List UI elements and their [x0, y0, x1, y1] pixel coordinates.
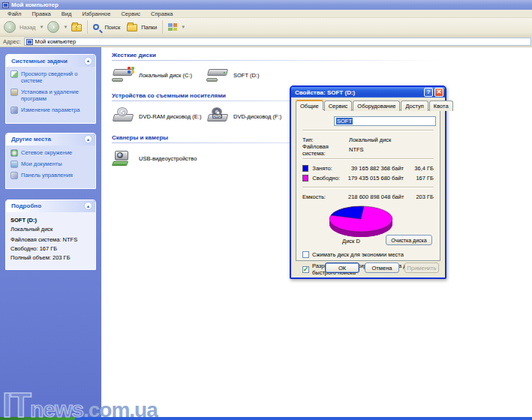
sidebar-item-my-documents[interactable]: Мои документы [11, 160, 92, 168]
sidebar-item-system-info[interactable]: Просмотр сведений о системе [11, 70, 92, 85]
up-folder-icon[interactable]: ↑ [71, 24, 82, 32]
back-dropdown-icon[interactable]: ▼ [40, 25, 44, 29]
compress-checkbox[interactable] [302, 251, 309, 258]
my-computer-icon [2, 2, 9, 8]
help-button[interactable]: ? [424, 88, 433, 97]
sidebar-item-add-remove-programs[interactable]: Установка и удаление программ [11, 88, 92, 103]
filesystem-value: NTFS [349, 146, 434, 153]
device-label: USB-видеоустройство [139, 155, 197, 162]
panel-title: Другие места [11, 136, 51, 142]
menu-tools[interactable]: Сервис [116, 10, 145, 18]
panel-other-places-header[interactable]: Другие места ▲ [6, 134, 95, 146]
toolbar: ‹ Назад ▼ › ▼ ↑ Поиск Папки ▼ [0, 18, 532, 37]
drive-f-tile[interactable]: DVD DVD-дисковод (F:) [206, 107, 301, 125]
system-info-icon [11, 70, 18, 78]
itnews-watermark: ITnews.com.ua [2, 392, 158, 419]
folders-icon[interactable] [127, 24, 137, 32]
dialog-tabs: Общие Сервис Оборудование Доступ Квота [291, 98, 445, 111]
watermark-news: news [30, 400, 83, 418]
back-icon[interactable]: ‹ [4, 21, 16, 33]
separator [302, 187, 434, 188]
address-value: Мой компьютер [35, 38, 77, 45]
settings-icon [11, 106, 18, 114]
hard-drive-system-icon [112, 67, 134, 83]
details-filesystem: Файловая система: NTFS [11, 236, 92, 243]
dvd-drive-icon: DVD [206, 107, 229, 125]
menu-file[interactable]: Файл [3, 10, 26, 18]
forward-dropdown-icon[interactable]: ▼ [63, 25, 68, 29]
disk-cleanup-button[interactable]: Очистка диска [386, 235, 432, 245]
separator [302, 158, 434, 160]
drive-d-tile[interactable]: SOFT (D:) [206, 67, 301, 83]
menu-view[interactable]: Вид [57, 10, 77, 18]
details-drive-name: SOFT (D:) [11, 217, 92, 224]
properties-dialog: Свойства: SOFT (D:) ? ✕ Общие Сервис Обо… [290, 86, 446, 279]
compress-checkbox-row[interactable]: Сжимать диск для экономии места [302, 251, 434, 258]
sidebar-item-change-setting[interactable]: Изменение параметра [11, 106, 92, 114]
sidebar-item-network[interactable]: Сетевое окружение [11, 149, 92, 157]
details-free-space: Свободно: 167 ГБ [11, 245, 92, 252]
close-button[interactable]: ✕ [434, 88, 443, 97]
compress-checkbox-label: Сжимать диск для экономии места [312, 251, 404, 258]
panel-other-places: Другие места ▲ Сетевое окружение Мои док… [5, 133, 96, 189]
free-label: Свободно: [312, 175, 345, 182]
tab-sharing[interactable]: Доступ [401, 100, 428, 111]
forward-icon[interactable]: › [47, 21, 59, 33]
used-bytes: 39 165 882 368 байт [345, 165, 404, 172]
drive-c-tile[interactable]: Локальный диск (C:) [112, 67, 206, 83]
address-input[interactable]: Мой компьютер [24, 38, 531, 46]
search-icon[interactable] [93, 24, 99, 30]
cancel-button[interactable]: Отмена [365, 262, 399, 273]
index-checkbox-checked[interactable]: ✓ [302, 266, 309, 273]
drive-label: DVD-RAM дисковод (E:) [139, 113, 201, 120]
chevron-up-icon[interactable]: ▲ [84, 135, 92, 143]
usb-video-device-tile[interactable]: USB-видеоустройство [112, 149, 206, 167]
task-pane-sidebar: Системные задачи ▲ Просмотр сведений о с… [0, 47, 101, 420]
back-button-label[interactable]: Назад [20, 24, 36, 31]
dialog-title: Свойства: SOFT (D:) [295, 89, 422, 96]
address-label: Адрес: [3, 38, 21, 45]
chevron-up-icon[interactable]: ▲ [84, 57, 92, 65]
desktop-screenshot: Мой компьютер Файл Правка Вид Избранное … [0, 0, 532, 420]
tab-general[interactable]: Общие [296, 100, 323, 110]
tab-page-general: SOFT Тип: Локальный диск Файловая систем… [296, 110, 440, 261]
disk-usage-pie-chart [323, 203, 398, 239]
sidebar-item-label: Сетевое окружение [21, 149, 72, 157]
watermark-domain: .com.ua [83, 402, 158, 418]
tab-quota[interactable]: Квота [429, 100, 453, 111]
drive-e-tile[interactable]: DVD-RAM дисковод (E:) [112, 107, 206, 125]
free-space-swatch [302, 175, 308, 182]
window-title: Мой компьютер [11, 2, 59, 8]
menu-edit[interactable]: Правка [27, 10, 55, 18]
details-total-size: Полный объем: 203 ГБ [11, 254, 92, 261]
toolbar-separator [162, 20, 163, 34]
type-value: Локальный диск [349, 136, 434, 143]
menu-favorites[interactable]: Избранное [77, 10, 115, 18]
chevron-up-icon[interactable]: ▲ [84, 202, 92, 210]
tab-tools[interactable]: Сервис [324, 100, 353, 111]
sidebar-item-label: Мои документы [21, 160, 62, 168]
views-icon[interactable] [168, 23, 177, 31]
sidebar-item-control-panel[interactable]: Панель управления [11, 172, 92, 179]
panel-details: Подробно ▲ SOFT (D:) Локальный диск Файл… [5, 200, 96, 270]
filesystem-label: Файловая система: [302, 143, 349, 157]
separator [302, 130, 434, 131]
menu-help[interactable]: Справка [146, 10, 177, 18]
panel-system-tasks-header[interactable]: Системные задачи ▲ [6, 55, 95, 67]
group-title-hard-disks: Жесткие диски [112, 52, 532, 58]
sidebar-item-label: Просмотр сведений о системе [21, 70, 92, 85]
dvd-ram-drive-icon [112, 107, 134, 125]
volume-label-value: SOFT [336, 118, 353, 124]
ok-button[interactable]: ОК [325, 262, 359, 273]
volume-label-input[interactable]: SOFT [334, 116, 436, 126]
free-gb: 167 ГБ [404, 175, 434, 182]
panel-details-header[interactable]: Подробно ▲ [6, 200, 95, 212]
folders-button-label[interactable]: Папки [141, 24, 157, 31]
free-bytes: 179 435 015 680 байт [345, 175, 404, 182]
my-computer-icon [26, 39, 33, 45]
usb-camera-icon [112, 149, 134, 167]
views-dropdown-icon[interactable]: ▼ [181, 25, 185, 29]
tab-hardware[interactable]: Оборудование [353, 100, 400, 111]
up-arrow-icon: ↑ [74, 24, 78, 32]
search-button-label[interactable]: Поиск [104, 24, 120, 31]
